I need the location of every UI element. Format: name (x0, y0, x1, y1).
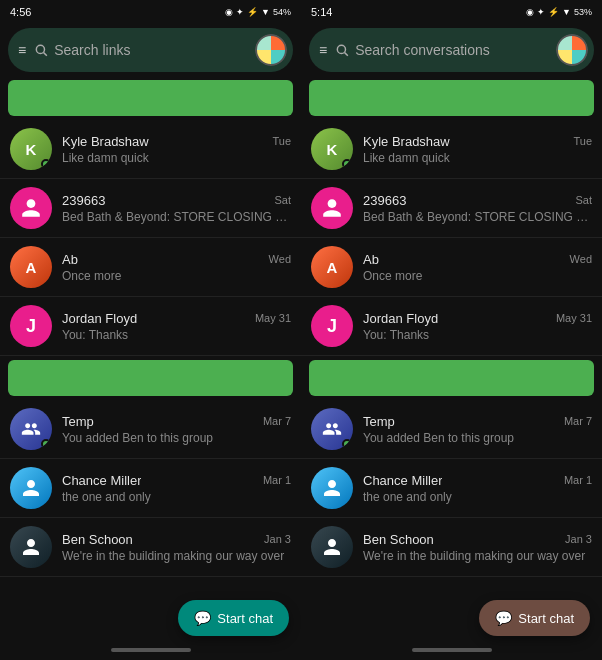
wifi-icon: ▼ (261, 7, 270, 17)
conv-preview-239663-right: Bed Bath & Beyond: STORE CLOSING SALE! N… (363, 210, 592, 224)
avatar-ab-left: A (10, 246, 52, 288)
conv-content-jordan-left: Jordan Floyd May 31 You: Thanks (62, 311, 291, 342)
conv-name-ben-right: Ben Schoon (363, 532, 434, 547)
conv-item-239663-right[interactable]: 239663 Sat Bed Bath & Beyond: STORE CLOS… (301, 179, 602, 238)
conv-item-ab-right[interactable]: A Ab Wed Once more (301, 238, 602, 297)
conv-time-ab-left: Wed (269, 253, 291, 265)
conv-name-jordan-left: Jordan Floyd (62, 311, 137, 326)
svg-line-3 (345, 53, 348, 56)
conv-name-ben-left: Ben Schoon (62, 532, 133, 547)
avatar-ben-right (311, 526, 353, 568)
status-time-right: 5:14 (311, 6, 332, 18)
conv-content-ab-right: Ab Wed Once more (363, 252, 592, 283)
conv-time-239663-left: Sat (274, 194, 291, 206)
search-icon-right (335, 43, 349, 57)
avatar-239663-left (10, 187, 52, 229)
avatar-ab-right: A (311, 246, 353, 288)
start-chat-label-left: Start chat (217, 611, 273, 626)
conv-content-kyle-left: Kyle Bradshaw Tue Like damn quick (62, 134, 291, 165)
conv-item-ben-right[interactable]: Ben Schoon Jan 3 We're in the building m… (301, 518, 602, 577)
hamburger-icon-right[interactable]: ≡ (319, 42, 327, 58)
avatar-temp-right (311, 408, 353, 450)
conv-content-kyle-right: Kyle Bradshaw Tue Like damn quick (363, 134, 592, 165)
conv-time-jordan-left: May 31 (255, 312, 291, 324)
conv-item-kyle-right[interactable]: K Kyle Bradshaw Tue Like damn quick (301, 120, 602, 179)
conv-preview-temp-right: You added Ben to this group (363, 431, 592, 445)
conv-preview-ab-left: Once more (62, 269, 291, 283)
conv-time-ab-right: Wed (570, 253, 592, 265)
conv-item-ben-left[interactable]: Ben Schoon Jan 3 We're in the building m… (0, 518, 301, 577)
conv-name-chance-right: Chance Miller (363, 473, 442, 488)
hamburger-icon-left[interactable]: ≡ (18, 42, 26, 58)
conv-item-ab-left[interactable]: A Ab Wed Once more (0, 238, 301, 297)
conv-time-jordan-right: May 31 (556, 312, 592, 324)
conv-item-239663-left[interactable]: 239663 Sat Bed Bath & Beyond: STORE CLOS… (0, 179, 301, 238)
conv-name-kyle-right: Kyle Bradshaw (363, 134, 450, 149)
signal-icon-right: ◉ (526, 7, 534, 17)
phone-screen-left: 4:56 ◉ ✦ ⚡ ▼ 54% ≡ Search links K (0, 0, 301, 660)
svg-point-2 (338, 45, 346, 53)
conv-content-chance-right: Chance Miller Mar 1 the one and only (363, 473, 592, 504)
user-avatar-left[interactable] (255, 34, 287, 66)
conv-item-chance-left[interactable]: Chance Miller Mar 1 the one and only (0, 459, 301, 518)
conv-name-kyle-left: Kyle Bradshaw (62, 134, 149, 149)
online-dot-kyle-left (41, 159, 51, 169)
wifi-icon-right: ▼ (562, 7, 571, 17)
conv-content-239663-right: 239663 Sat Bed Bath & Beyond: STORE CLOS… (363, 193, 592, 224)
conv-content-temp-left: Temp Mar 7 You added Ben to this group (62, 414, 291, 445)
conv-item-kyle-left[interactable]: K Kyle Bradshaw Tue Like damn quick (0, 120, 301, 179)
conv-time-ben-left: Jan 3 (264, 533, 291, 545)
conv-item-temp-right[interactable]: Temp Mar 7 You added Ben to this group (301, 400, 602, 459)
nav-pill-right (412, 648, 492, 652)
conv-preview-chance-left: the one and only (62, 490, 291, 504)
signal-icon: ◉ (225, 7, 233, 17)
online-dot-temp-right (342, 439, 352, 449)
user-avatar-right[interactable] (556, 34, 588, 66)
battery-icon: 54% (273, 7, 291, 17)
nav-pill-left (111, 648, 191, 652)
conv-preview-ben-right: We're in the building making our way ove… (363, 549, 592, 563)
conv-name-ab-left: Ab (62, 252, 78, 267)
avatar-temp-left (10, 408, 52, 450)
conv-content-chance-left: Chance Miller Mar 1 the one and only (62, 473, 291, 504)
conv-preview-239663-left: Bed Bath & Beyond: STORE CLOSING SALE! N… (62, 210, 291, 224)
chat-icon-left: 💬 (194, 610, 211, 626)
conv-item-jordan-right[interactable]: J Jordan Floyd May 31 You: Thanks (301, 297, 602, 356)
chat-icon-right: 💬 (495, 610, 512, 626)
search-bar-left[interactable]: ≡ Search links (8, 28, 293, 72)
conv-name-temp-right: Temp (363, 414, 395, 429)
avatar-chance-left (10, 467, 52, 509)
search-placeholder-right: Search conversations (355, 42, 584, 58)
online-dot-temp-left (41, 439, 51, 449)
online-dot-kyle-right (342, 159, 352, 169)
fab-container-left: 💬 Start chat (178, 600, 289, 636)
conv-name-chance-left: Chance Miller (62, 473, 141, 488)
avatar-ben-left (10, 526, 52, 568)
conv-item-chance-right[interactable]: Chance Miller Mar 1 the one and only (301, 459, 602, 518)
conv-preview-jordan-left: You: Thanks (62, 328, 291, 342)
start-chat-button-right[interactable]: 💬 Start chat (479, 600, 590, 636)
conv-item-jordan-left[interactable]: J Jordan Floyd May 31 You: Thanks (0, 297, 301, 356)
conv-item-temp-left[interactable]: Temp Mar 7 You added Ben to this group (0, 400, 301, 459)
alarm-icon: ⚡ (247, 7, 258, 17)
conv-content-temp-right: Temp Mar 7 You added Ben to this group (363, 414, 592, 445)
search-bar-right[interactable]: ≡ Search conversations (309, 28, 594, 72)
conv-time-chance-left: Mar 1 (263, 474, 291, 486)
start-chat-button-left[interactable]: 💬 Start chat (178, 600, 289, 636)
conv-preview-ab-right: Once more (363, 269, 592, 283)
alarm-icon-right: ⚡ (548, 7, 559, 17)
conv-preview-chance-right: the one and only (363, 490, 592, 504)
status-bar-right: 5:14 ◉ ✦ ⚡ ▼ 53% (301, 0, 602, 24)
conv-preview-kyle-right: Like damn quick (363, 151, 592, 165)
green-banner-top-left (8, 80, 293, 116)
conv-name-239663-left: 239663 (62, 193, 105, 208)
conv-content-ben-right: Ben Schoon Jan 3 We're in the building m… (363, 532, 592, 563)
bluetooth-icon: ✦ (236, 7, 244, 17)
conv-name-239663-right: 239663 (363, 193, 406, 208)
battery-icon-right: 53% (574, 7, 592, 17)
conv-preview-jordan-right: You: Thanks (363, 328, 592, 342)
phone-screen-right: 5:14 ◉ ✦ ⚡ ▼ 53% ≡ Search conversations … (301, 0, 602, 660)
conv-preview-kyle-left: Like damn quick (62, 151, 291, 165)
conv-content-jordan-right: Jordan Floyd May 31 You: Thanks (363, 311, 592, 342)
conv-time-kyle-left: Tue (272, 135, 291, 147)
